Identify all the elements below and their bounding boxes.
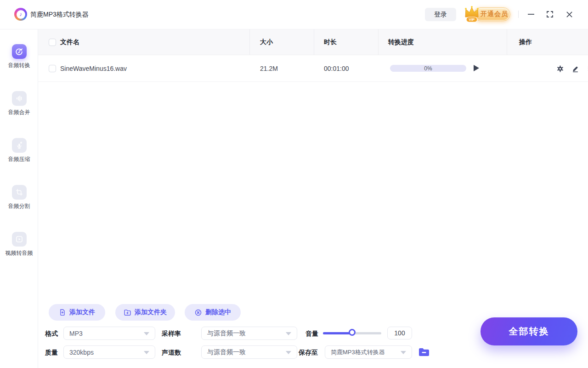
crown-icon: VIP [463, 5, 481, 24]
table-header: 文件名 大小 时长 转换进度 操作 [38, 29, 588, 55]
format-value: MP3 [69, 330, 83, 337]
row-settings-button[interactable] [556, 65, 564, 73]
channels-select[interactable]: 与源音频一致 [201, 345, 297, 359]
minimize-icon [527, 11, 535, 18]
title-bar: ♪ 简鹿MP3格式转换器 登录 开通会员 VIP [0, 0, 588, 29]
play-preview-button[interactable] [474, 65, 480, 72]
login-label: 登录 [434, 11, 447, 19]
format-label: 格式 [45, 330, 58, 338]
audio-compress-icon [12, 138, 27, 153]
file-plus-icon [59, 309, 66, 316]
sample-rate-value: 与源音频一致 [207, 329, 246, 338]
sidebar-label: 视频转音频 [0, 249, 38, 257]
chevron-down-icon [401, 351, 406, 354]
gear-icon [556, 65, 564, 73]
window-controls-divider [518, 11, 519, 18]
save-to-label: 保存至 [299, 349, 318, 357]
folder-plus-icon [124, 309, 131, 316]
sidebar-item-audio-convert[interactable]: 音频转换 [0, 44, 38, 69]
chevron-down-icon [144, 351, 149, 354]
circle-x-outline-icon [194, 309, 202, 316]
add-file-button[interactable]: 添加文件 [49, 304, 105, 321]
table-row: SineWaveMinus16.wav 21.2M 00:01:00 0% [38, 55, 588, 82]
format-select[interactable]: MP3 [63, 327, 155, 340]
browse-folder-button[interactable] [418, 347, 430, 357]
channels-value: 与源音频一致 [207, 348, 246, 356]
quality-label: 质量 [45, 349, 58, 357]
audio-convert-icon [12, 44, 27, 59]
column-header-size: 大小 [260, 38, 273, 46]
chevron-down-icon [286, 351, 291, 354]
close-icon [566, 11, 573, 18]
row-edit-button[interactable] [571, 65, 579, 73]
add-folder-label: 添加文件夹 [135, 308, 167, 316]
sidebar-label: 音频压缩 [0, 155, 38, 163]
minimize-button[interactable] [526, 9, 537, 20]
add-folder-button[interactable]: 添加文件夹 [115, 304, 175, 321]
play-icon [474, 65, 479, 71]
volume-label: 音量 [305, 330, 318, 338]
app-title: 简鹿MP3格式转换器 [30, 0, 89, 29]
progress-percent-label: 0% [390, 65, 466, 72]
sample-rate-select[interactable]: 与源音频一致 [201, 327, 297, 340]
save-to-value: 简鹿MP3格式转换器 [331, 348, 385, 356]
volume-input[interactable] [387, 327, 412, 339]
sidebar-item-video-to-audio[interactable]: 视频转音频 [0, 232, 38, 257]
quality-value: 320kbps [69, 349, 94, 356]
add-file-label: 添加文件 [69, 308, 95, 316]
channels-label: 声道数 [162, 349, 181, 357]
vip-upgrade-button[interactable]: 开通会员 VIP [463, 5, 510, 24]
select-all-checkbox[interactable] [49, 39, 56, 46]
sidebar: 音频转换 音频合并 音频压缩 音频分割 [0, 29, 38, 368]
pencil-edit-icon [571, 65, 579, 73]
sidebar-item-audio-compress[interactable]: 音频压缩 [0, 138, 38, 163]
column-header-progress: 转换进度 [388, 38, 414, 46]
convert-all-label: 全部转换 [509, 325, 549, 338]
vip-label: 开通会员 [481, 10, 508, 18]
vip-badge-text: VIP [469, 17, 475, 22]
chevron-down-icon [144, 332, 149, 335]
column-header-filename: 文件名 [60, 38, 79, 46]
column-header-duration: 时长 [324, 38, 337, 46]
delete-selected-label: 删除选中 [205, 308, 231, 316]
sidebar-label: 音频转换 [0, 62, 38, 69]
sidebar-item-audio-split[interactable]: 音频分割 [0, 185, 38, 210]
volume-slider-fill [323, 332, 352, 334]
save-to-select[interactable]: 简鹿MP3格式转换器 [325, 345, 412, 359]
column-header-actions: 操作 [519, 38, 532, 46]
file-duration: 00:01:00 [324, 65, 349, 72]
chevron-down-icon [286, 332, 291, 335]
app-logo-icon: ♪ [14, 8, 27, 21]
quality-select[interactable]: 320kbps [63, 345, 155, 359]
video-to-audio-icon [12, 232, 27, 247]
folder-icon [418, 347, 430, 357]
sidebar-label: 音频合并 [0, 109, 38, 116]
file-name: SineWaveMinus16.wav [60, 65, 127, 72]
delete-selected-button[interactable]: 删除选中 [185, 304, 241, 321]
maximize-button[interactable] [544, 9, 555, 20]
row-checkbox[interactable] [49, 65, 56, 72]
convert-all-button[interactable]: 全部转换 [481, 317, 577, 345]
sidebar-item-audio-merge[interactable]: 音频合并 [0, 91, 38, 116]
file-size: 21.2M [260, 65, 278, 72]
close-button[interactable] [564, 9, 575, 20]
audio-split-icon [12, 185, 27, 200]
maximize-icon [546, 11, 554, 18]
audio-merge-icon [12, 91, 27, 106]
login-button[interactable]: 登录 [425, 8, 456, 21]
sample-rate-label: 采样率 [162, 330, 181, 338]
volume-slider-handle[interactable] [349, 329, 356, 336]
sidebar-label: 音频分割 [0, 202, 38, 210]
